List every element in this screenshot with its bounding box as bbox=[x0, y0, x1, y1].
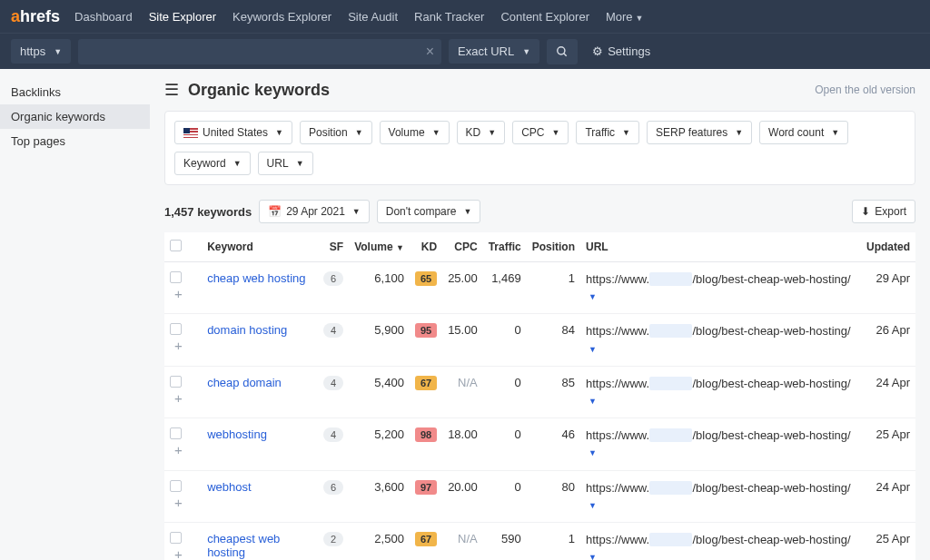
sidebar-item-organic-keywords[interactable]: Organic keywords bbox=[0, 104, 150, 129]
filter-word-count[interactable]: Word count▼ bbox=[759, 121, 848, 144]
protocol-select[interactable]: https▼ bbox=[11, 39, 71, 64]
toolbar: 1,457 keywords 📅 29 Apr 2021 ▼ Don't com… bbox=[164, 200, 915, 223]
cell-url[interactable]: https://www. /blog/best-cheap-web-hostin… bbox=[580, 262, 861, 314]
select-all-checkbox[interactable] bbox=[170, 240, 182, 251]
keyword-link[interactable]: webhosting bbox=[207, 427, 267, 441]
cell-traffic: 0 bbox=[483, 418, 527, 470]
cell-updated: 25 Apr bbox=[861, 522, 915, 560]
sf-badge: 2 bbox=[323, 532, 343, 546]
chevron-down-icon[interactable]: ▼ bbox=[589, 345, 597, 354]
col-select[interactable] bbox=[164, 232, 202, 262]
chevron-down-icon: ▼ bbox=[735, 128, 743, 137]
cell-url[interactable]: https://www. /blog/best-cheap-web-hostin… bbox=[580, 366, 861, 418]
sidebar-item-top-pages[interactable]: Top pages bbox=[0, 129, 150, 153]
row-checkbox[interactable] bbox=[170, 480, 182, 492]
nav-item-content-explorer[interactable]: Content Explorer bbox=[500, 10, 589, 24]
col-position[interactable]: Position bbox=[527, 232, 580, 262]
cell-volume: 3,600 bbox=[349, 470, 410, 522]
table-row: +cheapest web hosting22,50067N/A5901http… bbox=[164, 522, 915, 560]
filter-url[interactable]: URL▼ bbox=[258, 152, 313, 175]
cell-url[interactable]: https://www. /blog/best-cheap-web-hostin… bbox=[580, 314, 861, 366]
expand-row-icon[interactable]: + bbox=[174, 546, 183, 560]
keyword-link[interactable]: cheap domain bbox=[207, 376, 282, 389]
old-version-link[interactable]: Open the old version bbox=[815, 84, 915, 96]
row-checkbox[interactable] bbox=[170, 532, 182, 544]
expand-row-icon[interactable]: + bbox=[174, 390, 183, 406]
nav-item-site-audit[interactable]: Site Audit bbox=[348, 10, 398, 24]
sf-badge: 6 bbox=[323, 480, 343, 495]
filter-position[interactable]: Position▼ bbox=[300, 121, 372, 144]
cell-volume: 5,900 bbox=[349, 314, 410, 366]
logo[interactable]: ahrefs bbox=[11, 7, 60, 26]
nav-item-keywords-explorer[interactable]: Keywords Explorer bbox=[232, 10, 331, 24]
cell-position: 85 bbox=[527, 366, 580, 418]
col-url[interactable]: URL bbox=[580, 232, 861, 262]
expand-row-icon[interactable]: + bbox=[174, 338, 183, 353]
chevron-down-icon[interactable]: ▼ bbox=[589, 448, 597, 457]
filter-volume[interactable]: Volume▼ bbox=[380, 121, 450, 144]
chevron-down-icon: ▼ bbox=[233, 159, 242, 168]
filter-cpc[interactable]: CPC▼ bbox=[512, 121, 569, 144]
chevron-down-icon[interactable]: ▼ bbox=[589, 501, 597, 510]
col-kd[interactable]: KD bbox=[410, 232, 442, 262]
filter-kd[interactable]: KD▼ bbox=[457, 121, 506, 144]
cell-url[interactable]: https://www. /blog/best-cheap-web-hostin… bbox=[580, 418, 861, 470]
col-volume[interactable]: Volume ▼ bbox=[349, 232, 410, 262]
nav-item-more[interactable]: More▼ bbox=[606, 10, 644, 24]
expand-row-icon[interactable]: + bbox=[174, 286, 183, 301]
nav-item-rank-tracker[interactable]: Rank Tracker bbox=[414, 10, 484, 24]
row-checkbox[interactable] bbox=[170, 323, 182, 335]
export-button[interactable]: ⬇ Export bbox=[852, 200, 915, 223]
filter-serp-features[interactable]: SERP features▼ bbox=[647, 121, 752, 144]
match-mode-select[interactable]: Exact URL▼ bbox=[449, 39, 539, 64]
kd-badge: 97 bbox=[415, 480, 437, 495]
col-updated[interactable]: Updated bbox=[861, 232, 915, 262]
col-sf[interactable]: SF bbox=[318, 232, 349, 262]
col-cpc[interactable]: CPC bbox=[442, 232, 483, 262]
settings-link[interactable]: ⚙ Settings bbox=[592, 44, 650, 58]
cell-url[interactable]: https://www. /blog/best-cheap-web-hostin… bbox=[580, 470, 861, 522]
chevron-down-icon[interactable]: ▼ bbox=[589, 397, 597, 406]
expand-row-icon[interactable]: + bbox=[174, 442, 183, 457]
filter-keyword[interactable]: Keyword▼ bbox=[174, 152, 251, 175]
chevron-down-icon[interactable]: ▼ bbox=[589, 292, 597, 301]
cell-updated: 25 Apr bbox=[861, 418, 915, 470]
chevron-down-icon: ▼ bbox=[355, 128, 363, 137]
cell-cpc: N/A bbox=[442, 366, 483, 418]
keywords-table: KeywordSFVolume ▼KDCPCTrafficPositionURL… bbox=[164, 232, 915, 560]
chevron-down-icon: ▼ bbox=[296, 159, 304, 168]
menu-icon[interactable]: ☰ bbox=[164, 80, 179, 100]
page-title: Organic keywords bbox=[188, 81, 330, 100]
row-checkbox[interactable] bbox=[170, 427, 182, 439]
search-button[interactable] bbox=[547, 39, 578, 64]
top-nav: ahrefs DashboardSite ExplorerKeywords Ex… bbox=[0, 0, 930, 33]
compare-select[interactable]: Don't compare ▼ bbox=[377, 200, 481, 223]
col-keyword[interactable]: Keyword bbox=[202, 232, 318, 262]
sidebar: BacklinksOrganic keywordsTop pages bbox=[0, 69, 150, 560]
keyword-link[interactable]: cheapest web hosting bbox=[207, 532, 280, 559]
filter-united-states[interactable]: United States▼ bbox=[174, 121, 292, 144]
sidebar-item-backlinks[interactable]: Backlinks bbox=[0, 80, 150, 104]
export-icon: ⬇ bbox=[861, 205, 870, 218]
row-checkbox[interactable] bbox=[170, 271, 182, 283]
search-icon bbox=[556, 45, 569, 58]
filter-traffic[interactable]: Traffic▼ bbox=[576, 121, 639, 144]
chevron-down-icon[interactable]: ▼ bbox=[589, 553, 597, 560]
nav-item-site-explorer[interactable]: Site Explorer bbox=[149, 10, 216, 24]
row-checkbox[interactable] bbox=[170, 376, 182, 388]
chevron-down-icon: ▼ bbox=[488, 128, 496, 137]
chevron-down-icon: ▼ bbox=[54, 47, 62, 56]
chevron-down-icon: ▼ bbox=[352, 207, 361, 216]
col-traffic[interactable]: Traffic bbox=[483, 232, 527, 262]
cell-url[interactable]: https://www. /blog/best-cheap-web-hostin… bbox=[580, 522, 861, 560]
cell-cpc: 25.00 bbox=[442, 262, 483, 314]
keyword-link[interactable]: cheap web hosting bbox=[207, 271, 305, 285]
url-input[interactable]: × bbox=[78, 39, 441, 64]
clear-icon[interactable]: × bbox=[426, 44, 434, 60]
expand-row-icon[interactable]: + bbox=[174, 495, 183, 510]
keyword-link[interactable]: webhost bbox=[207, 480, 251, 494]
kd-badge: 98 bbox=[415, 427, 437, 442]
nav-item-dashboard[interactable]: Dashboard bbox=[74, 10, 133, 24]
keyword-link[interactable]: domain hosting bbox=[207, 323, 287, 337]
date-picker[interactable]: 📅 29 Apr 2021 ▼ bbox=[259, 200, 370, 223]
